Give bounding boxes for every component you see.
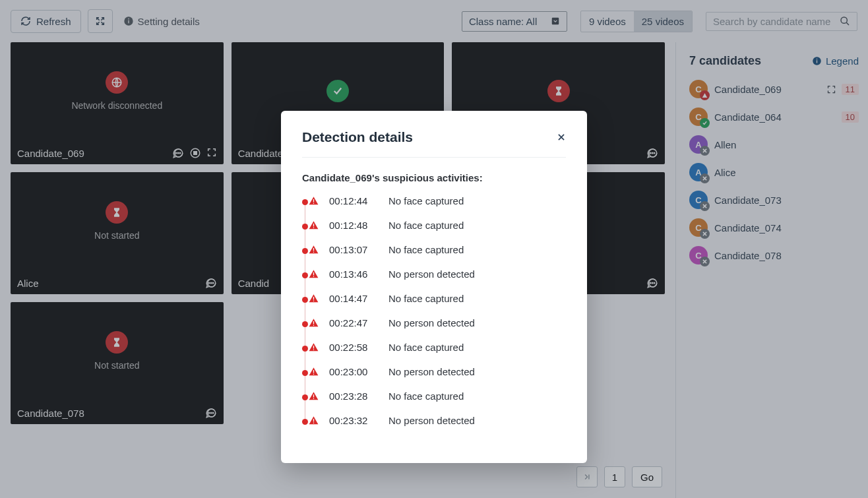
warning-icon [309, 416, 319, 425]
events-timeline: 00:12:44 No face captured 00:12:48 No fa… [302, 195, 566, 426]
event-time: 00:12:44 [329, 195, 378, 206]
event-time: 00:23:28 [329, 390, 378, 402]
detection-event: 00:14:47 No face captured [309, 293, 566, 304]
svg-point-39 [313, 350, 315, 351]
event-time: 00:23:00 [329, 366, 378, 377]
svg-point-43 [313, 398, 315, 400]
event-description: No face captured [388, 390, 464, 402]
svg-point-35 [313, 301, 315, 302]
event-description: No face captured [388, 244, 464, 255]
event-description: No person detected [388, 268, 475, 280]
svg-rect-38 [313, 346, 314, 348]
svg-rect-40 [313, 370, 314, 373]
warning-icon [309, 294, 319, 303]
modal-title: Detection details [302, 129, 413, 145]
svg-point-41 [313, 374, 315, 375]
modal-subtitle: Candidate_069's suspicious activities: [302, 172, 566, 183]
svg-rect-26 [313, 199, 314, 202]
detection-event: 00:13:07 No face captured [309, 244, 566, 255]
event-time: 00:22:58 [329, 342, 378, 353]
svg-point-33 [313, 276, 315, 278]
svg-rect-28 [313, 224, 314, 226]
svg-point-27 [313, 203, 315, 204]
svg-point-45 [313, 423, 315, 424]
detection-event: 00:23:28 No face captured [309, 390, 566, 402]
event-time: 00:13:46 [329, 268, 378, 280]
event-time: 00:14:47 [329, 293, 378, 304]
detection-event: 00:22:58 No face captured [309, 342, 566, 353]
event-description: No face captured [388, 293, 464, 304]
svg-rect-32 [313, 272, 314, 275]
event-description: No face captured [388, 342, 464, 353]
detection-details-modal: Detection details Candidate_069's suspic… [281, 111, 587, 463]
detection-event: 00:23:32 No person detected [309, 415, 566, 426]
svg-point-31 [313, 252, 315, 253]
warning-icon [309, 367, 319, 377]
detection-event: 00:13:46 No person detected [309, 268, 566, 280]
detection-event: 00:22:47 No person detected [309, 317, 566, 328]
modal-close-button[interactable] [557, 133, 566, 142]
event-time: 00:23:32 [329, 415, 378, 426]
detection-event: 00:12:44 No face captured [309, 195, 566, 206]
warning-icon [309, 220, 319, 230]
warning-icon [309, 318, 319, 328]
warning-icon [309, 269, 319, 279]
event-description: No face captured [388, 195, 464, 206]
svg-rect-44 [313, 419, 314, 421]
svg-rect-36 [313, 321, 314, 324]
event-time: 00:12:48 [329, 220, 378, 231]
svg-point-29 [313, 228, 315, 229]
event-description: No person detected [388, 317, 475, 328]
svg-rect-42 [313, 394, 314, 397]
svg-point-37 [313, 325, 315, 327]
warning-icon [309, 391, 319, 401]
event-description: No person detected [388, 366, 475, 377]
svg-rect-30 [313, 248, 314, 251]
modal-header: Detection details [302, 129, 566, 158]
svg-rect-34 [313, 297, 314, 299]
close-icon [557, 133, 566, 142]
event-time: 00:13:07 [329, 244, 378, 255]
detection-event: 00:23:00 No person detected [309, 366, 566, 377]
event-description: No face captured [388, 220, 464, 231]
warning-icon [309, 196, 319, 206]
event-time: 00:22:47 [329, 317, 378, 328]
warning-icon [309, 245, 319, 255]
warning-icon [309, 342, 319, 352]
event-description: No person detected [388, 415, 475, 426]
modal-overlay[interactable]: Detection details Candidate_069's suspic… [0, 0, 868, 498]
detection-event: 00:12:48 No face captured [309, 220, 566, 231]
